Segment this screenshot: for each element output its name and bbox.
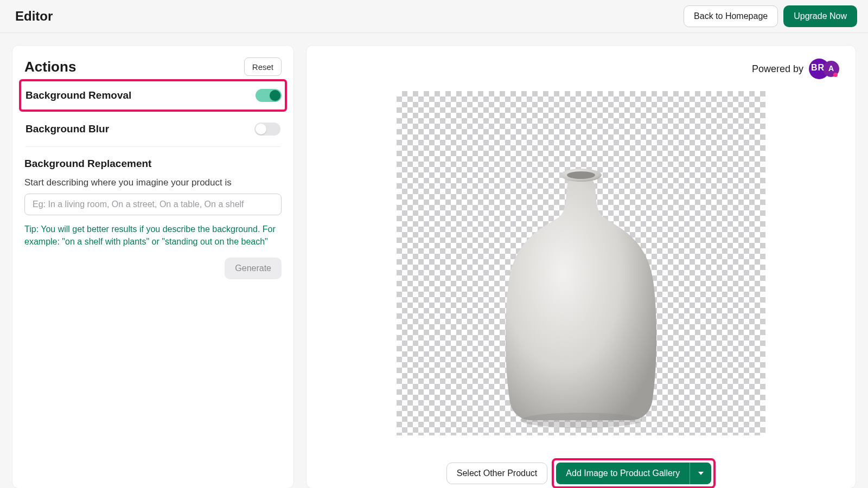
background-removal-label: Background Removal xyxy=(25,89,131,101)
actions-panel: Actions Reset Background Removal Backgro… xyxy=(12,45,294,488)
background-removal-toggle[interactable] xyxy=(256,89,282,102)
background-replacement-title: Background Replacement xyxy=(24,158,282,170)
svg-point-2 xyxy=(520,413,642,428)
add-to-gallery-caret-button[interactable] xyxy=(690,463,711,484)
generate-button[interactable]: Generate xyxy=(225,258,282,279)
topbar: Editor Back to Homepage Upgrade Now xyxy=(0,0,868,33)
select-other-product-button[interactable]: Select Other Product xyxy=(446,463,548,484)
caret-down-icon xyxy=(698,472,704,475)
add-to-gallery-button[interactable]: Add Image to Product Gallery xyxy=(556,463,690,484)
background-blur-toggle[interactable] xyxy=(254,123,280,136)
back-to-homepage-button[interactable]: Back to Homepage xyxy=(684,5,778,27)
main-layout: Actions Reset Background Removal Backgro… xyxy=(0,33,868,488)
bria-logo-icon: BRA xyxy=(809,59,841,79)
add-to-gallery-highlight: Add Image to Product Gallery xyxy=(552,458,716,488)
background-removal-row: Background Removal xyxy=(19,79,287,112)
svg-point-1 xyxy=(567,171,595,179)
background-blur-row: Background Blur xyxy=(24,112,282,146)
background-replacement-tip: Tip: You will get better results if you … xyxy=(24,223,282,248)
powered-by-row: Powered by BRA xyxy=(321,59,841,79)
preview-panel: Powered by BRA xyxy=(306,45,856,488)
powered-by-label: Powered by xyxy=(752,63,803,75)
upgrade-now-button[interactable]: Upgrade Now xyxy=(783,5,857,27)
preview-area xyxy=(321,91,841,435)
actions-title: Actions xyxy=(24,59,76,75)
background-replacement-prompt-label: Start describing where you imagine your … xyxy=(24,177,282,188)
background-blur-label: Background Blur xyxy=(25,123,109,135)
reset-button[interactable]: Reset xyxy=(244,57,282,76)
product-image xyxy=(467,127,695,431)
divider xyxy=(25,146,280,147)
page-title: Editor xyxy=(15,9,53,24)
transparent-background-icon xyxy=(397,91,765,435)
background-replacement-input[interactable] xyxy=(24,194,282,215)
preview-bottom-actions: Select Other Product Add Image to Produc… xyxy=(321,458,841,488)
